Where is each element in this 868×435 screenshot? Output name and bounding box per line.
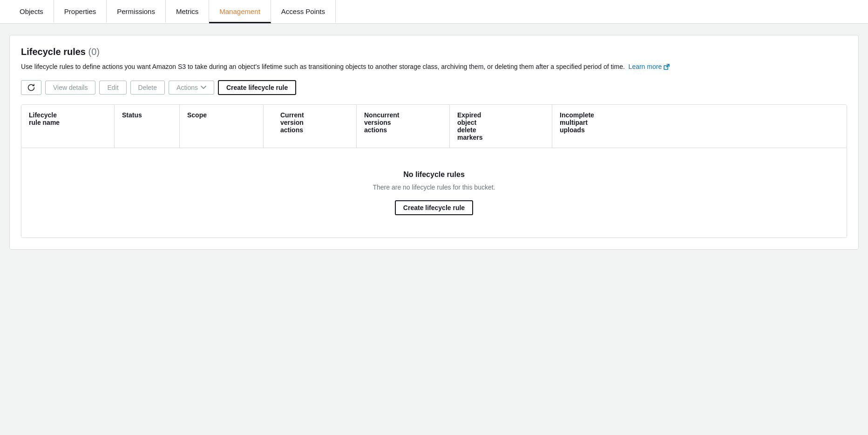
edit-button[interactable]: Edit xyxy=(99,81,126,95)
th-noncurrent-version: Noncurrentversionsactions xyxy=(357,105,450,148)
card-description: Use lifecycle rules to define actions yo… xyxy=(21,62,847,72)
table-header: Lifecyclerule name Status Scope Currentv… xyxy=(21,105,847,148)
create-lifecycle-rule-empty-button[interactable]: Create lifecycle rule xyxy=(395,200,473,215)
empty-state-title: No lifecycle rules xyxy=(33,170,835,179)
tab-permissions[interactable]: Permissions xyxy=(107,0,166,23)
tabs-bar: Objects Properties Permissions Metrics M… xyxy=(0,0,868,24)
card-title: Lifecycle rules (0) xyxy=(21,47,847,57)
card-description-text: Use lifecycle rules to define actions yo… xyxy=(21,63,625,70)
th-scope: Scope xyxy=(180,105,264,148)
delete-button[interactable]: Delete xyxy=(130,81,165,95)
tab-objects[interactable]: Objects xyxy=(9,0,54,23)
refresh-icon xyxy=(27,83,35,92)
toolbar: View details Edit Delete Actions Create … xyxy=(21,80,847,95)
chevron-down-icon xyxy=(201,86,206,89)
th-current-version: Currentversionactions xyxy=(273,105,357,148)
th-expired-object: Expiredobjectdeletemarkers xyxy=(450,105,552,148)
empty-state-description: There are no lifecycle rules for this bu… xyxy=(33,184,835,191)
lifecycle-rules-table: Lifecyclerule name Status Scope Currentv… xyxy=(21,104,847,238)
tab-metrics[interactable]: Metrics xyxy=(166,0,209,23)
view-details-button[interactable]: View details xyxy=(45,81,95,95)
tab-properties[interactable]: Properties xyxy=(54,0,107,23)
create-lifecycle-rule-empty-label: Create lifecycle rule xyxy=(403,204,465,211)
card-title-text: Lifecycle rules xyxy=(21,47,86,57)
external-link-icon xyxy=(664,64,670,70)
learn-more-label: Learn more xyxy=(629,62,662,72)
view-details-label: View details xyxy=(53,84,88,91)
create-lifecycle-rule-label: Create lifecycle rule xyxy=(226,84,288,91)
tab-access-points[interactable]: Access Points xyxy=(271,0,336,23)
card-title-count: (0) xyxy=(88,47,100,57)
actions-button[interactable]: Actions xyxy=(169,81,214,95)
th-incomplete-multipart: Incompletemultipartuploads xyxy=(552,105,847,148)
learn-more-link[interactable]: Learn more xyxy=(629,62,670,72)
create-lifecycle-rule-button[interactable]: Create lifecycle rule xyxy=(218,80,296,95)
th-divider xyxy=(264,105,273,148)
tab-management[interactable]: Management xyxy=(209,0,271,23)
lifecycle-rules-card: Lifecycle rules (0) Use lifecycle rules … xyxy=(9,35,859,250)
empty-state: No lifecycle rules There are no lifecycl… xyxy=(21,148,847,238)
delete-label: Delete xyxy=(138,84,157,91)
refresh-button[interactable] xyxy=(21,80,41,95)
actions-label: Actions xyxy=(176,84,198,91)
main-content: Lifecycle rules (0) Use lifecycle rules … xyxy=(0,24,868,261)
edit-label: Edit xyxy=(107,84,118,91)
th-status: Status xyxy=(115,105,180,148)
th-rule-name: Lifecyclerule name xyxy=(21,105,115,148)
